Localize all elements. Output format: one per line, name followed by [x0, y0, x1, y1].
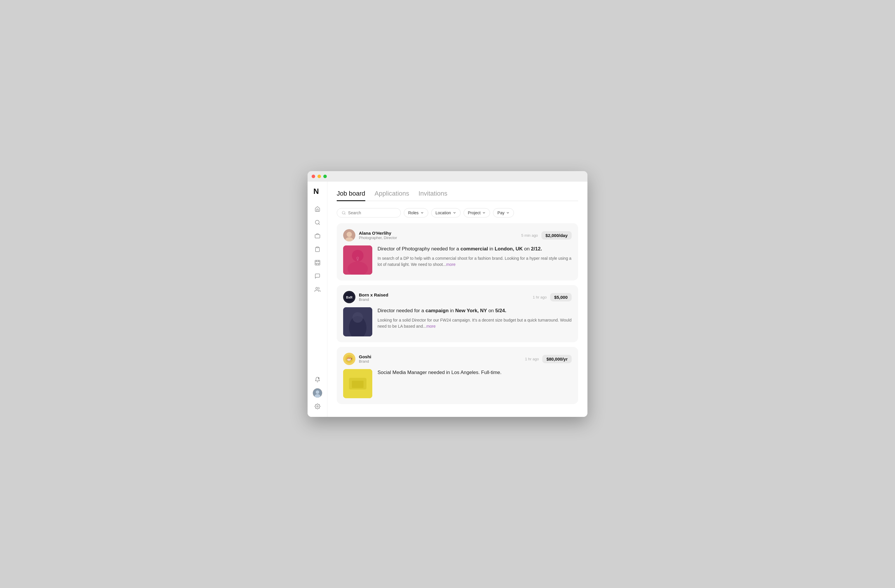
card-text-3: Social Media Manager needed in Los Angel… [378, 369, 501, 398]
sidebar: N [308, 182, 328, 417]
poster-details-3: Goshi Brand [359, 354, 372, 364]
job-title-1: Director of Photography needed for a com… [378, 246, 572, 253]
chevron-down-icon [453, 211, 456, 215]
close-button[interactable] [312, 174, 315, 178]
maximize-button[interactable] [323, 174, 327, 178]
card-meta-3: 1 hr ago $80,000/yr [525, 355, 572, 363]
poster-avatar-3: 🐡 [343, 353, 355, 365]
job-title-3: Social Media Manager needed in Los Angel… [378, 369, 501, 376]
svg-point-32 [352, 312, 363, 323]
read-more-1[interactable]: more [446, 262, 456, 267]
titlebar [308, 171, 587, 182]
card-header-2: BxR Born x Raised Brand 1 hr ago $5,000 [343, 291, 572, 303]
price-badge-1: $2,000/day [542, 231, 572, 239]
poster-info-2: BxR Born x Raised Brand [343, 291, 388, 303]
sidebar-item-clipboard[interactable] [312, 243, 323, 255]
sidebar-item-notifications[interactable] [312, 374, 323, 385]
poster-details-2: Born x Raised Brand [359, 292, 388, 302]
main-content: Job board Applications Invitations Roles [328, 182, 587, 417]
chevron-down-icon [482, 211, 486, 215]
poster-name-2: Born x Raised [359, 292, 388, 297]
svg-rect-3 [315, 235, 320, 238]
search-input[interactable] [348, 211, 396, 215]
card-image-3 [343, 369, 372, 398]
svg-rect-4 [316, 247, 319, 248]
poster-details-1: Alana O'Herlihy Photographer, Director [359, 230, 397, 240]
card-header-3: 🐡 Goshi Brand 1 hr ago $80,000/yr [343, 353, 572, 365]
card-meta-1: 5 min ago $2,000/day [521, 231, 572, 239]
sidebar-bottom [312, 374, 323, 412]
job-card-3[interactable]: 🐡 Goshi Brand 1 hr ago $80,000/yr [337, 347, 578, 404]
search-box[interactable] [337, 208, 401, 217]
job-desc-1: In search of a DP to help with a commerc… [378, 255, 572, 268]
filter-pay[interactable]: Pay [493, 208, 514, 217]
svg-text:BxR: BxR [346, 296, 352, 299]
svg-text:🐡: 🐡 [346, 356, 353, 362]
filters-bar: Roles Location Project Pay [337, 208, 578, 217]
user-avatar[interactable] [312, 387, 323, 399]
svg-line-2 [319, 224, 320, 225]
card-image-1: ♀ [343, 246, 372, 274]
job-desc-2: Looking for a solid Director for our FW2… [378, 317, 572, 329]
time-ago-2: 1 hr ago [532, 295, 547, 299]
filter-location[interactable]: Location [431, 208, 461, 217]
svg-point-21 [347, 232, 352, 237]
sidebar-item-search[interactable] [312, 217, 323, 228]
poster-avatar-1 [343, 229, 355, 241]
poster-info-1: Alana O'Herlihy Photographer, Director [343, 229, 397, 241]
card-meta-2: 1 hr ago $5,000 [532, 293, 572, 302]
tab-job-board[interactable]: Job board [337, 190, 365, 201]
job-title-2: Director needed for a campaign in New Yo… [378, 307, 572, 314]
job-card-2[interactable]: BxR Born x Raised Brand 1 hr ago $5,000 [337, 285, 578, 342]
poster-avatar-2: BxR [343, 291, 355, 303]
filter-project[interactable]: Project [464, 208, 490, 217]
card-body-2: Director needed for a campaign in New Yo… [343, 307, 572, 336]
card-header-1: Alana O'Herlihy Photographer, Director 5… [343, 229, 572, 241]
svg-rect-38 [352, 381, 364, 388]
svg-text:N: N [313, 188, 319, 195]
time-ago-1: 5 min ago [521, 233, 538, 238]
tab-applications[interactable]: Applications [375, 190, 409, 201]
app-window: N [308, 171, 587, 417]
card-text-2: Director needed for a campaign in New Yo… [378, 307, 572, 336]
logo: N [312, 186, 323, 197]
time-ago-3: 1 hr ago [525, 357, 539, 361]
svg-point-17 [317, 406, 318, 407]
filter-roles[interactable]: Roles [404, 208, 428, 217]
card-body-1: ♀ Director of Photography needed for a c… [343, 246, 572, 274]
tab-bar: Job board Applications Invitations [337, 190, 578, 201]
job-card-1[interactable]: Alana O'Herlihy Photographer, Director 5… [337, 223, 578, 280]
sidebar-item-team[interactable] [312, 283, 323, 295]
poster-name-1: Alana O'Herlihy [359, 230, 397, 236]
sidebar-item-chat[interactable] [312, 270, 323, 282]
card-text-1: Director of Photography needed for a com… [378, 246, 572, 274]
card-image-2 [343, 307, 372, 336]
sidebar-item-jobs[interactable] [312, 230, 323, 242]
price-badge-2: $5,000 [550, 293, 572, 302]
tab-invitations[interactable]: Invitations [419, 190, 448, 201]
poster-info-3: 🐡 Goshi Brand [343, 353, 372, 365]
svg-point-13 [318, 377, 319, 379]
poster-role-1: Photographer, Director [359, 236, 397, 240]
svg-point-15 [316, 390, 319, 394]
chevron-down-icon [420, 211, 424, 215]
sidebar-item-settings[interactable] [312, 400, 323, 412]
sidebar-item-home[interactable] [312, 203, 323, 215]
chevron-down-icon [506, 211, 510, 215]
search-icon [342, 211, 346, 215]
poster-role-3: Brand [359, 359, 372, 364]
sidebar-item-film[interactable] [312, 257, 323, 268]
svg-rect-5 [315, 260, 320, 265]
poster-name-3: Goshi [359, 354, 372, 359]
svg-text:♀: ♀ [355, 254, 361, 263]
poster-role-2: Brand [359, 297, 388, 302]
card-body-3: Social Media Manager needed in Los Angel… [343, 369, 572, 398]
svg-line-19 [344, 214, 346, 215]
minimize-button[interactable] [317, 174, 321, 178]
read-more-2[interactable]: more [426, 324, 435, 329]
svg-point-12 [316, 288, 318, 289]
avatar-image [313, 388, 322, 398]
app-body: N [308, 182, 587, 417]
price-badge-3: $80,000/yr [542, 355, 572, 363]
